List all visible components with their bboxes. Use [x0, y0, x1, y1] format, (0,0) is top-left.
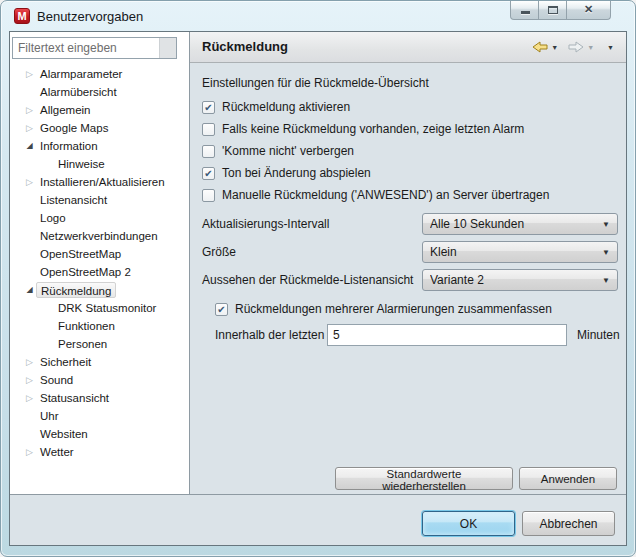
tree-item[interactable]: ▷ Installieren/Aktualisieren [10, 173, 189, 191]
filter-input[interactable] [13, 38, 159, 58]
apply-button[interactable]: Anwenden [519, 467, 617, 490]
tree-expand-icon[interactable]: ▷ [23, 65, 36, 83]
tree-item[interactable]: Alarmübersicht [10, 83, 189, 101]
tree-item[interactable]: ▷ Google Maps [10, 119, 189, 137]
ok-button[interactable]: OK [422, 511, 515, 536]
tree-item-label[interactable]: Personen [58, 336, 107, 352]
tree-item-label[interactable]: Alarmübersicht [40, 84, 117, 100]
checkbox[interactable] [202, 123, 215, 136]
preferences-tree: ▷ Alarmparameter Alarmübersicht ▷ Allgem… [10, 65, 189, 494]
tree-item[interactable]: Uhr [10, 407, 189, 425]
tree-item[interactable]: ◢ Rückmeldung [10, 281, 189, 299]
tree-expand-icon[interactable]: ▷ [23, 101, 36, 119]
tree-expand-icon[interactable]: ◢ [23, 137, 36, 155]
tree-expand-icon[interactable]: ▷ [23, 119, 36, 137]
select[interactable]: Alle 10 Sekunden ▼ [422, 213, 618, 235]
tree-item-label[interactable]: Statusansicht [40, 390, 109, 406]
dialog-footer: OK Abbrechen [10, 495, 626, 545]
tree-item[interactable]: Listenansicht [10, 191, 189, 209]
chevron-down-icon: ▼ [602, 248, 610, 257]
tree-item[interactable]: ◢ Information [10, 137, 189, 155]
restore-defaults-button[interactable]: Standardwerte wiederherstellen [335, 467, 513, 490]
tree-item[interactable]: ▷ Allgemein [10, 101, 189, 119]
tree-item-label[interactable]: Websiten [40, 426, 88, 442]
checkbox-label: Falls keine Rückmeldung vorhanden, zeige… [222, 122, 524, 136]
tree-item-label[interactable]: Allgemein [40, 102, 91, 118]
checkbox-row[interactable]: 'Komme nicht' verbergen [202, 144, 618, 158]
tree-item[interactable]: ▷ Sound [10, 371, 189, 389]
tree-item-label[interactable]: Google Maps [40, 120, 108, 136]
tree-item[interactable]: ▷ Sicherheit [10, 353, 189, 371]
select[interactable]: Klein ▼ [422, 241, 618, 263]
view-menu-icon[interactable]: ▼ [607, 44, 614, 51]
tree-item[interactable]: ▷ Alarmparameter [10, 65, 189, 83]
page-button-bar: Standardwerte wiederherstellen Anwenden [335, 467, 617, 490]
checkbox-row[interactable]: ✔ Rückmeldungen mehrerer Alarmierungen z… [215, 302, 618, 316]
tree-item[interactable]: Netzwerkverbindungen [10, 227, 189, 245]
page-nav: ▼ ▼ ▼ [532, 41, 617, 53]
tree-item-label[interactable]: Wetter [40, 444, 74, 460]
tree-item-label[interactable]: Funktionen [58, 318, 115, 334]
tree-item[interactable]: OpenStreetMap [10, 245, 189, 263]
checkbox-row[interactable]: ✔ Ton bei Änderung abspielen [202, 166, 618, 180]
tree-item-label[interactable]: Listenansicht [40, 192, 107, 208]
tree-item[interactable]: Logo [10, 209, 189, 227]
tree-item-label[interactable]: OpenStreetMap [40, 246, 121, 262]
maximize-icon [548, 6, 558, 14]
tree-item[interactable]: DRK Statusmonitor [10, 299, 189, 317]
filter-clear-button[interactable] [159, 38, 176, 58]
titlebar[interactable]: M Benutzervorgaben ✕ [1, 1, 635, 31]
checkbox-row[interactable]: ✔ Rückmeldung aktivieren [202, 100, 618, 114]
tree-item-label[interactable]: DRK Statusmonitor [58, 300, 156, 316]
tree-expand-icon[interactable]: ▷ [23, 443, 36, 461]
forward-dropdown-icon[interactable]: ▼ [587, 44, 594, 51]
tree-item[interactable]: Personen [10, 335, 189, 353]
checkbox[interactable] [202, 145, 215, 158]
tree-item-label[interactable]: Sicherheit [40, 354, 91, 370]
sidebar: ▷ Alarmparameter Alarmübersicht ▷ Allgem… [10, 32, 189, 494]
tree-item[interactable]: Websiten [10, 425, 189, 443]
tree-item-label[interactable]: Netzwerkverbindungen [40, 228, 158, 244]
tree-item[interactable]: Hinweise [10, 155, 189, 173]
tree-expand-icon[interactable]: ▷ [23, 173, 36, 191]
tree-item-label[interactable]: OpenStreetMap 2 [40, 264, 131, 280]
tree-expand-icon[interactable]: ▷ [23, 389, 36, 407]
checkbox-list: ✔ Rückmeldung aktivieren Falls keine Rüc… [202, 100, 618, 202]
tree-item-label[interactable]: Alarmparameter [40, 66, 122, 82]
filter-field [12, 37, 177, 59]
back-dropdown-icon[interactable]: ▼ [551, 44, 558, 51]
checkbox-row[interactable]: Falls keine Rückmeldung vorhanden, zeige… [202, 122, 618, 136]
tree-item-label[interactable]: Information [40, 138, 98, 154]
checkbox[interactable]: ✔ [202, 167, 215, 180]
tree-item-label[interactable]: Uhr [40, 408, 59, 424]
checkbox-row[interactable]: Manuelle Rückmeldung ('ANWESEND') an Ser… [202, 188, 618, 202]
tree-expand-icon[interactable]: ▷ [23, 371, 36, 389]
cancel-button[interactable]: Abbrechen [522, 511, 615, 536]
minimize-button[interactable] [510, 1, 539, 20]
tree-expand-icon[interactable]: ◢ [23, 281, 36, 299]
tree-item[interactable]: ▷ Wetter [10, 443, 189, 461]
minutes-input[interactable] [327, 324, 567, 346]
tree-item[interactable]: ▷ Statusansicht [10, 389, 189, 407]
select[interactable]: Variante 2 ▼ [422, 269, 618, 291]
tree-item-label[interactable]: Installieren/Aktualisieren [40, 174, 165, 190]
select-value: Variante 2 [430, 273, 602, 287]
forward-icon[interactable] [568, 41, 584, 53]
group-checkbox-host: ✔ Rückmeldungen mehrerer Alarmierungen z… [215, 302, 618, 316]
tree-item-label[interactable]: Rückmeldung [36, 282, 116, 298]
tree-item-label[interactable]: Hinweise [58, 156, 105, 172]
back-icon[interactable] [532, 41, 548, 53]
tree-item[interactable]: OpenStreetMap 2 [10, 263, 189, 281]
checkbox[interactable]: ✔ [202, 101, 215, 114]
tree-item-label[interactable]: Sound [40, 372, 73, 388]
checkbox[interactable] [202, 189, 215, 202]
checkbox-label: Ton bei Änderung abspielen [222, 166, 371, 180]
tree-item-label[interactable]: Logo [40, 210, 66, 226]
app-logo-icon: M [14, 8, 30, 24]
maximize-button[interactable] [538, 1, 567, 20]
tree-expand-icon[interactable]: ▷ [23, 353, 36, 371]
close-button[interactable]: ✕ [566, 1, 611, 20]
preferences-window: M Benutzervorgaben ✕ ▷ Alarmparameter [0, 0, 636, 557]
tree-item[interactable]: Funktionen [10, 317, 189, 335]
checkbox[interactable]: ✔ [215, 303, 228, 316]
